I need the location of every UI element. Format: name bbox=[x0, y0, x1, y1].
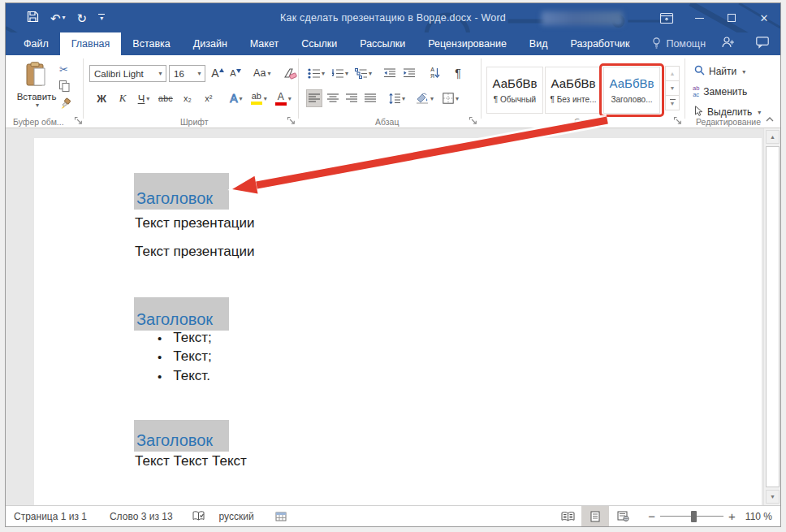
paragraph-line[interactable]: Текст презентации bbox=[135, 244, 255, 260]
text-effects-button[interactable]: А ▾ bbox=[228, 89, 244, 107]
tab-file[interactable]: Файл bbox=[12, 32, 60, 55]
undo-dropdown-caret[interactable]: ▾ bbox=[63, 15, 66, 21]
superscript-button[interactable]: x² bbox=[201, 89, 217, 107]
cut-button[interactable]: ✂ bbox=[59, 62, 77, 76]
close-button[interactable]: ✕ bbox=[748, 3, 780, 32]
font-name-combo[interactable]: Calibri Light ▾ bbox=[89, 65, 166, 82]
comments-icon[interactable] bbox=[756, 37, 769, 51]
numbering-button[interactable]: ▾ bbox=[330, 64, 350, 82]
bold-button[interactable]: Ж bbox=[93, 89, 110, 107]
highlight-color-button[interactable]: ab ▾ bbox=[249, 89, 269, 107]
redo-icon[interactable]: ↻ bbox=[77, 12, 88, 24]
tab-developer[interactable]: Разработчик bbox=[559, 32, 641, 55]
tab-layout[interactable]: Макет bbox=[239, 32, 290, 55]
bullets-button[interactable]: ▾ bbox=[306, 64, 326, 82]
heading-1-selected[interactable]: Заголовок bbox=[134, 173, 229, 210]
justify-button[interactable] bbox=[362, 89, 378, 107]
font-color-button[interactable]: А ▾ bbox=[274, 89, 293, 107]
bullet-marker: • bbox=[158, 350, 162, 364]
increase-indent-button[interactable] bbox=[401, 64, 417, 82]
web-layout-button[interactable] bbox=[609, 506, 637, 527]
tab-view[interactable]: Вид bbox=[518, 32, 559, 55]
copy-button[interactable] bbox=[59, 80, 77, 94]
style-card-no-spacing[interactable]: АаБбВв ¶ Без инте... bbox=[545, 67, 602, 114]
maximize-button[interactable] bbox=[715, 3, 748, 32]
paste-button[interactable]: Вставить ▾ bbox=[14, 62, 59, 115]
scrollbar-up-button[interactable]: ▲ bbox=[766, 130, 780, 144]
undo-icon[interactable]: ↶ bbox=[50, 12, 61, 24]
macro-record-icon[interactable] bbox=[275, 512, 287, 521]
word-count[interactable]: Слово 3 из 13 bbox=[110, 511, 173, 522]
align-center-button[interactable] bbox=[325, 89, 341, 107]
find-button[interactable]: Найти ▾ bbox=[694, 65, 745, 78]
italic-button[interactable]: К bbox=[114, 89, 131, 107]
tab-home[interactable]: Главная bbox=[60, 32, 122, 55]
heading-2-selected[interactable]: Заголовок bbox=[134, 297, 229, 331]
subscript-button[interactable]: x₂ bbox=[179, 89, 196, 107]
format-painter-button[interactable] bbox=[59, 97, 77, 112]
styles-gallery-more-button[interactable]: ▼ bbox=[665, 95, 680, 110]
copy-icon bbox=[59, 80, 70, 94]
document-page[interactable]: Заголовок Текст презентации Текст презен… bbox=[34, 138, 762, 505]
bullet-item[interactable]: • Текст; bbox=[158, 330, 212, 346]
bullet-item[interactable]: • Текст; bbox=[158, 348, 212, 365]
language-indicator[interactable]: русский bbox=[219, 511, 254, 522]
undo-button[interactable]: ↶ ▾ bbox=[50, 12, 66, 24]
tab-references[interactable]: Ссылки bbox=[290, 32, 348, 55]
change-case-button[interactable]: Аа▾ bbox=[252, 64, 272, 82]
zoom-percentage[interactable]: 110 % bbox=[745, 511, 772, 522]
decrease-indent-button[interactable] bbox=[382, 64, 398, 82]
grow-font-button[interactable]: А bbox=[209, 64, 226, 82]
bullet-item[interactable]: • Текст. bbox=[158, 368, 210, 384]
tab-design[interactable]: Дизайн bbox=[182, 32, 239, 55]
styles-dialog-launcher[interactable] bbox=[673, 116, 682, 125]
shading-button[interactable]: ▾ bbox=[414, 89, 435, 107]
zoom-slider[interactable] bbox=[660, 506, 723, 527]
clear-formatting-button[interactable] bbox=[282, 64, 299, 82]
clipboard-dialog-launcher[interactable] bbox=[74, 116, 83, 125]
underline-caret[interactable]: ▾ bbox=[146, 95, 149, 102]
ribbon-display-options-button[interactable] bbox=[650, 3, 683, 32]
zoom-out-button[interactable]: − bbox=[648, 509, 655, 523]
vertical-scrollbar[interactable]: ▲ ▼ bbox=[763, 128, 780, 505]
font-size-combo[interactable]: 16 ▾ bbox=[169, 65, 205, 82]
styles-scroll-down-button[interactable]: ▼ bbox=[665, 80, 680, 96]
paragraph-line[interactable]: Текст Текст Текст bbox=[135, 453, 247, 469]
heading-3-selected[interactable]: Заголовок bbox=[134, 420, 229, 452]
collapse-ribbon-button[interactable] bbox=[766, 113, 774, 124]
replace-button[interactable]: ab ac Заменить bbox=[693, 85, 747, 97]
borders-button[interactable]: ▾ bbox=[441, 89, 460, 107]
strikethrough-button[interactable]: abc bbox=[157, 89, 175, 107]
paragraph-dialog-launcher[interactable] bbox=[469, 116, 477, 125]
multilevel-list-button[interactable]: ▾ bbox=[353, 64, 374, 82]
qat-customize-button[interactable]: ▾ bbox=[98, 14, 105, 22]
clipboard-group-label: Буфер обм... bbox=[13, 117, 64, 127]
minimize-button[interactable] bbox=[683, 3, 715, 32]
bullet-marker: • bbox=[158, 331, 162, 345]
read-mode-button[interactable] bbox=[554, 506, 581, 527]
sort-button[interactable]: АЯ bbox=[427, 64, 443, 82]
scrollbar-thumb[interactable] bbox=[766, 146, 780, 487]
zoom-in-button[interactable]: + bbox=[728, 509, 736, 523]
show-formatting-marks-button[interactable]: ¶ bbox=[450, 64, 466, 82]
tab-insert[interactable]: Вставка bbox=[121, 32, 181, 55]
print-layout-button[interactable] bbox=[581, 506, 609, 527]
paragraph-line[interactable]: Текст презентации bbox=[135, 215, 255, 231]
page-indicator[interactable]: Страница 1 из 1 bbox=[14, 511, 87, 522]
style-card-normal[interactable]: АаБбВв ¶ Обычный bbox=[486, 67, 543, 114]
share-contact-icon[interactable] bbox=[722, 37, 735, 51]
tell-me-helper[interactable]: Помощн bbox=[641, 32, 717, 55]
font-dialog-launcher[interactable] bbox=[287, 116, 296, 125]
save-icon[interactable] bbox=[27, 11, 39, 26]
shrink-font-button[interactable]: А bbox=[227, 64, 244, 82]
tab-review[interactable]: Рецензирование bbox=[417, 32, 518, 55]
proofing-icon[interactable] bbox=[192, 511, 205, 521]
align-left-button[interactable] bbox=[306, 89, 322, 107]
scrollbar-down-button[interactable]: ▼ bbox=[766, 490, 780, 504]
zoom-slider-handle[interactable] bbox=[691, 511, 697, 522]
tab-mailings[interactable]: Рассылки bbox=[348, 32, 417, 55]
align-right-button[interactable] bbox=[343, 89, 360, 107]
line-spacing-button[interactable]: ▾ bbox=[387, 89, 407, 107]
underline-button[interactable]: Ч▾ bbox=[136, 89, 152, 107]
styles-scroll-up-button[interactable]: ▲ bbox=[665, 66, 680, 81]
